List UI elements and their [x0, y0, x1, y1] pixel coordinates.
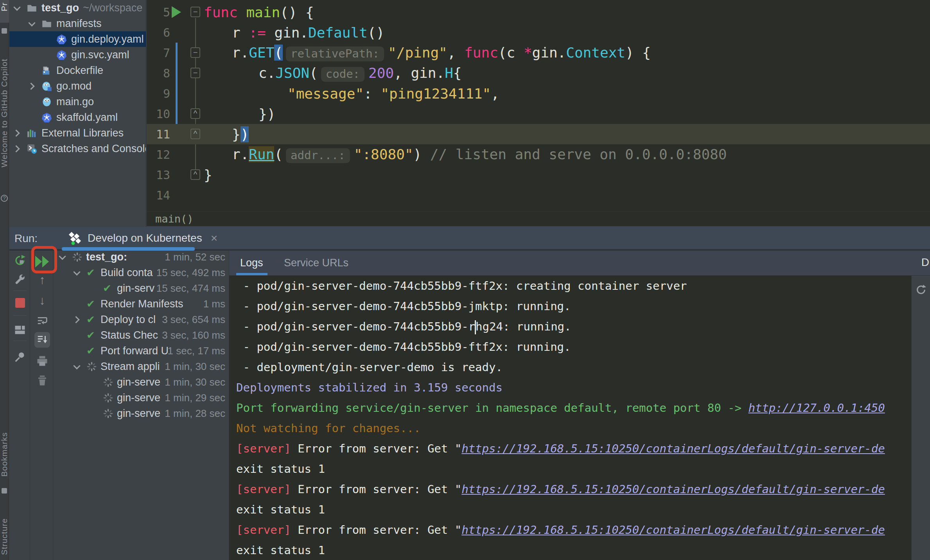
container-logs-link[interactable]: https://192.168.5.15:10250/containerLogs…	[461, 483, 885, 496]
chevron-down-icon[interactable]	[72, 362, 81, 371]
run-step[interactable]: ✔ Build conta 15 sec, 492 ms	[53, 265, 230, 280]
tree-row-root[interactable]: test_go ~/workspace	[9, 0, 146, 16]
code-line-8[interactable]: 8 − c.JSON(code:200, gin.H{	[147, 63, 930, 83]
tab-service-urls[interactable]: Service URLs	[284, 251, 348, 275]
run-step[interactable]: ✔ Render Manifests 1 ms	[53, 296, 230, 312]
close-tab-icon[interactable]: ×	[211, 232, 218, 245]
fold-end-icon[interactable]: ^	[190, 169, 200, 180]
soft-wrap-button[interactable]	[34, 313, 50, 329]
copilot-toolwindow-button[interactable]: Welcome to GitHub Copilot	[0, 59, 9, 167]
ide-window: Pr Welcome to GitHub Copilot ? Bookmarks…	[0, 0, 930, 560]
breadcrumb[interactable]: main()	[155, 213, 194, 225]
tree-item-label: Scratches and Consoles	[41, 143, 146, 155]
fold-collapse-icon[interactable]: −	[190, 7, 200, 17]
spinner-icon	[103, 393, 113, 403]
port-forward-link[interactable]: http://127.0.0.1:450	[748, 401, 885, 415]
code-line-13[interactable]: 13 ^ }	[147, 165, 930, 185]
prev-occurrence-button[interactable]: ↑	[34, 272, 50, 288]
chevron-down-icon[interactable]	[27, 19, 36, 28]
container-logs-link[interactable]: https://192.168.5.15:10250/containerLogs…	[461, 523, 885, 537]
running-status-dot	[71, 241, 75, 245]
code-editor[interactable]: 5 − func main() { 6 r := gin.Default() 7…	[147, 0, 930, 211]
success-check-icon: ✔	[86, 329, 97, 341]
fold-end-icon[interactable]: ^	[190, 108, 200, 119]
rerun-button[interactable]	[12, 253, 28, 268]
folder-icon	[41, 18, 52, 29]
run-step[interactable]: gin-serve 1 min, 28 sec	[53, 406, 230, 421]
container-logs-link[interactable]: https://192.168.5.15:10250/containerLogs…	[461, 442, 885, 455]
log-line-error: [server] Error from server: Get "https:/…	[236, 520, 911, 540]
run-step-root[interactable]: test_go: 1 min, 52 sec	[53, 249, 230, 265]
pin-button[interactable]	[12, 349, 28, 365]
code-line-5[interactable]: 5 − func main() {	[147, 2, 930, 22]
chevron-down-icon[interactable]	[72, 268, 81, 277]
run-tab-develop-on-kubernetes[interactable]: Develop on Kubernetes ×	[68, 227, 217, 249]
tree-row-skaffold[interactable]: skaffold.yaml	[9, 109, 146, 125]
annotation-highlight-box	[31, 246, 57, 273]
logs-tab-underline	[236, 273, 268, 275]
commit-toolwindow-icon[interactable]	[2, 28, 7, 34]
structure-toolwindow-button[interactable]: Structure	[0, 518, 9, 555]
tree-row-scratches[interactable]: Scratches and Consoles	[9, 141, 146, 156]
chevron-right-icon[interactable]	[13, 144, 21, 153]
code-line-9[interactable]: 9 "message": "ping1234111",	[147, 83, 930, 104]
settings-wrench-button[interactable]	[12, 272, 28, 288]
log-line-error: [server] Error from server: Get "https:/…	[236, 479, 911, 499]
run-panel-header: Run: Develop on Kubernetes ×	[9, 227, 930, 251]
tree-row-dockerfile[interactable]: Dockerfile	[9, 63, 146, 78]
bookmarks-toolwindow-button[interactable]: Bookmarks	[0, 432, 9, 477]
chevron-down-icon[interactable]	[58, 253, 66, 261]
code-line-10[interactable]: 10 ^ })	[147, 104, 930, 124]
run-step[interactable]: ✔ gin-serv 15 sec, 474 ms	[53, 280, 230, 296]
tree-row-gin-svc[interactable]: gin.svc.yaml	[9, 47, 146, 63]
breadcrumb-bar: main()	[147, 211, 930, 226]
tree-item-label: go.mod	[56, 80, 92, 92]
log-console[interactable]: - pod/gin-server-demo-744cb55bb9-ftf2x: …	[229, 276, 911, 560]
tree-root-path: ~/workspace	[83, 2, 142, 14]
run-step[interactable]: gin-serve 1 min, 29 sec	[53, 390, 230, 406]
code-line-11-current[interactable]: 11 ^ })	[147, 124, 930, 144]
fold-collapse-icon[interactable]: −	[190, 68, 200, 78]
code-line-7[interactable]: 7 − r.GET(relativePath:"/ping", func(c *…	[147, 43, 930, 63]
tree-row-external-libraries[interactable]: External Libraries	[9, 125, 146, 141]
libraries-icon	[27, 128, 37, 138]
run-step[interactable]: Stream appli 1 min, 30 sec	[53, 359, 230, 374]
restore-layout-button[interactable]	[12, 322, 28, 337]
code-line-12[interactable]: 12 r.Run(addr...:":8080") // listen and …	[147, 144, 930, 165]
tree-item-label: skaffold.yaml	[56, 111, 118, 124]
scroll-to-end-button[interactable]	[34, 332, 50, 348]
refresh-button[interactable]	[913, 282, 929, 298]
chevron-right-icon[interactable]	[13, 129, 21, 137]
tree-row-manifests[interactable]: manifests	[9, 16, 146, 31]
print-button[interactable]	[34, 353, 50, 369]
chevron-right-icon[interactable]	[72, 315, 81, 324]
project-toolwindow-button[interactable]: Pr	[0, 0, 9, 23]
project-toolwindow-label: Pr	[0, 2, 9, 11]
tree-item-label: manifests	[56, 18, 102, 30]
copilot-help-icon: ?	[1, 195, 8, 202]
success-check-icon: ✔	[86, 298, 97, 310]
log-line: - pod/gin-server-demo-744cb55bb9-jmktp: …	[236, 296, 911, 316]
run-step[interactable]: gin-serve 1 min, 30 sec	[53, 374, 230, 390]
code-line-6[interactable]: 6 r := gin.Default()	[147, 22, 930, 43]
log-line: exit status 1	[236, 540, 911, 560]
tree-row-gin-deploy[interactable]: gin.deploy.yaml	[9, 31, 146, 47]
stop-button[interactable]	[12, 295, 28, 311]
run-step[interactable]: ✔ Deploy to cl 3 sec, 654 ms	[53, 312, 230, 327]
tree-row-main-go[interactable]: main.go	[9, 94, 146, 109]
code-line-14[interactable]: 14	[147, 185, 930, 205]
tree-item-label: main.go	[56, 96, 94, 108]
run-main-gutter-icon[interactable]	[172, 6, 181, 18]
clear-console-button[interactable]	[34, 373, 50, 388]
fold-collapse-icon[interactable]: −	[190, 47, 200, 58]
tree-row-go-mod[interactable]: go.mod	[9, 78, 146, 94]
chevron-down-icon[interactable]	[13, 4, 21, 12]
chevron-right-icon[interactable]	[27, 82, 36, 90]
run-step[interactable]: ✔ Port forward U 1 sec, 17 ms	[53, 343, 230, 359]
left-tool-stripe: Pr Welcome to GitHub Copilot ? Bookmarks…	[0, 0, 9, 560]
tab-logs[interactable]: Logs	[240, 251, 263, 275]
spinner-icon	[72, 252, 83, 262]
run-step[interactable]: ✔ Status Chec 3 sec, 160 ms	[53, 327, 230, 343]
next-occurrence-button[interactable]: ↓	[34, 293, 50, 309]
fold-end-icon[interactable]: ^	[190, 129, 200, 139]
